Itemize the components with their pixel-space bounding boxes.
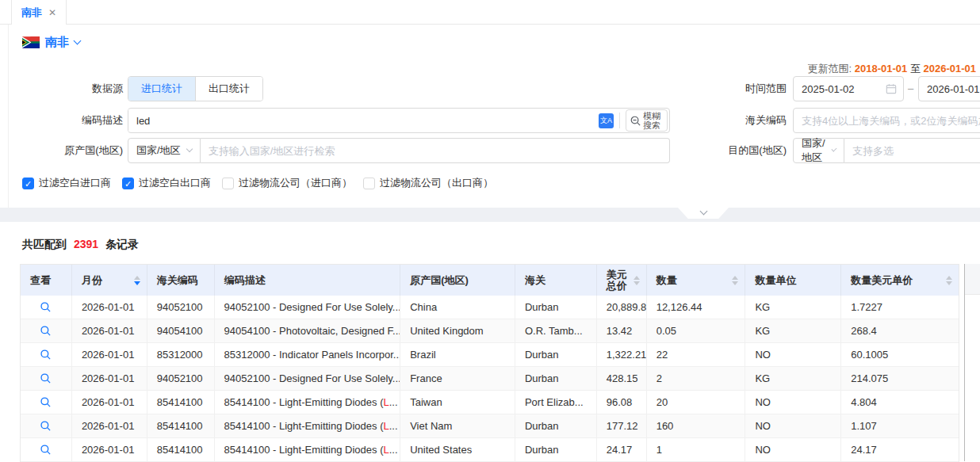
cell-unit_price: 1.107: [841, 414, 959, 437]
origin-label: 原产国(地区): [0, 138, 123, 163]
hs-code-input[interactable]: [802, 115, 980, 127]
checkbox-checked-icon[interactable]: ✓: [122, 178, 134, 189]
tab-south-africa[interactable]: 南非 ✕: [11, 0, 67, 25]
cell-unit: KG: [745, 296, 841, 319]
cell-unit_price: 1.7227: [841, 296, 959, 319]
view-button[interactable]: [21, 296, 72, 319]
divider: [619, 113, 620, 128]
cell-unit: NO: [745, 343, 841, 366]
cell-hs: 94052100: [147, 367, 215, 390]
origin-type-select[interactable]: 国家/地区: [128, 138, 201, 163]
column-header-qty[interactable]: 数量: [647, 265, 746, 296]
sort-icon[interactable]: [634, 276, 640, 285]
column-label: 数量: [657, 275, 729, 286]
fuzzy-search-button[interactable]: 模糊搜索: [626, 109, 668, 132]
origin-type-value: 国家/地区: [136, 143, 181, 158]
cell-customs: Durban: [515, 414, 597, 437]
calendar-icon: [886, 83, 897, 94]
filter-checkbox-3[interactable]: 过滤物流公司（出口商）: [363, 176, 493, 190]
view-button[interactable]: [21, 343, 72, 366]
tab-export-stats[interactable]: 出口统计: [195, 77, 262, 101]
translate-icon[interactable]: 文A: [599, 113, 614, 128]
cell-qty: 22: [647, 343, 746, 366]
view-button[interactable]: [21, 438, 72, 461]
checkbox-unchecked-icon[interactable]: [222, 178, 234, 189]
tab-import-stats[interactable]: 进口统计: [128, 77, 195, 101]
summary-count: 2391: [74, 238, 98, 250]
close-icon[interactable]: ✕: [48, 7, 56, 18]
table-row: 2026-01-018541410085414100 - Light-Emitt…: [21, 414, 959, 438]
hs-code-field[interactable]: [793, 108, 980, 133]
cell-qty: 0.05: [647, 319, 746, 342]
cell-desc: 85414100 - Light-Emitting Diodes (L...: [215, 391, 401, 414]
column-label: 查看: [30, 275, 65, 286]
column-header-view: 查看: [21, 265, 72, 296]
cell-origin: Brazil: [400, 343, 515, 366]
checkbox-label: 过滤空白进口商: [39, 176, 111, 190]
filter-checkbox-1[interactable]: ✓过滤空白出口商: [122, 176, 211, 190]
cell-month: 2026-01-01: [72, 414, 147, 437]
column-label: 原产国(地区): [410, 275, 508, 286]
column-label: 美元总价: [607, 269, 630, 292]
country-name: 南非: [45, 35, 69, 50]
table-row: 2026-01-019405210094052100 - Designed Fo…: [21, 367, 959, 391]
code-desc-input[interactable]: [128, 109, 599, 132]
cell-usd: 96.08: [597, 391, 647, 414]
date-start-input[interactable]: [802, 83, 873, 95]
view-button[interactable]: [21, 414, 72, 437]
date-separator: –: [908, 76, 913, 101]
cell-qty: 12,126.44: [647, 296, 746, 319]
cell-month: 2026-01-01: [72, 391, 147, 414]
cell-hs: 85414100: [147, 414, 215, 437]
view-button[interactable]: [21, 367, 72, 390]
filter-checkbox-2[interactable]: 过滤物流公司（进口商）: [222, 176, 352, 190]
column-header-unit_price[interactable]: 数量美元单价: [841, 265, 959, 296]
cell-unit_price: 214.075: [841, 367, 959, 390]
dest-search-input[interactable]: [844, 138, 980, 163]
code-desc-label: 编码描述: [0, 108, 123, 133]
cell-origin: United States: [400, 438, 515, 461]
sort-icon[interactable]: [732, 276, 738, 285]
sort-icon[interactable]: [134, 276, 140, 285]
view-button[interactable]: [21, 391, 72, 414]
view-button[interactable]: [21, 319, 72, 342]
country-selector[interactable]: 南非: [22, 35, 80, 50]
column-label: 月份: [82, 275, 131, 286]
cell-usd: 20,889.84: [597, 296, 647, 319]
time-range-label: 时间范围: [682, 76, 787, 101]
sort-icon[interactable]: [946, 276, 952, 285]
summary-prefix: 共匹配到: [22, 238, 67, 250]
results-panel: 共匹配到 2391 条记录 查看月份海关编码编码描述原产国(地区)海关美元总价数…: [0, 222, 980, 462]
date-end-field[interactable]: [918, 76, 980, 101]
column-header-month[interactable]: 月份: [72, 265, 147, 296]
cell-month: 2026-01-01: [72, 319, 147, 342]
collapse-panel-button[interactable]: [678, 208, 729, 219]
cell-hs: 94054100: [147, 319, 215, 342]
code-desc-field[interactable]: 文A 模糊搜索: [128, 108, 670, 133]
column-header-customs: 海关: [515, 265, 597, 296]
update-range-to: 2026-01-01: [924, 63, 977, 74]
cell-origin: Viet Nam: [400, 414, 515, 437]
cell-customs: Durban: [515, 367, 597, 390]
chevron-down-icon[interactable]: [74, 37, 82, 45]
cell-month: 2026-01-01: [72, 367, 147, 390]
search-icon: [40, 301, 52, 313]
cell-desc: 94052100 - Designed For Use Solely...: [215, 367, 401, 390]
column-label: 数量美元单价: [851, 275, 943, 286]
checkbox-unchecked-icon[interactable]: [363, 178, 375, 189]
date-end-input[interactable]: [927, 83, 980, 95]
column-header-usd[interactable]: 美元总价: [597, 265, 647, 296]
origin-search-input[interactable]: [201, 138, 670, 163]
date-start-field[interactable]: [793, 76, 904, 101]
update-range-label: 更新范围:: [808, 63, 852, 74]
filter-checkbox-0[interactable]: ✓过滤空白进口商: [22, 176, 111, 190]
checkbox-checked-icon[interactable]: ✓: [22, 178, 34, 189]
dest-type-select[interactable]: 国家/地区: [793, 138, 844, 163]
cell-desc: 94052100 - Designed For Use Solely...: [215, 296, 401, 319]
cell-usd: 24.17: [597, 438, 647, 461]
cell-usd: 13.42: [597, 319, 647, 342]
cell-unit: NO: [745, 438, 841, 461]
cell-usd: 177.12: [597, 414, 647, 437]
column-header-origin: 原产国(地区): [400, 265, 515, 296]
search-minus-icon: [630, 115, 641, 127]
